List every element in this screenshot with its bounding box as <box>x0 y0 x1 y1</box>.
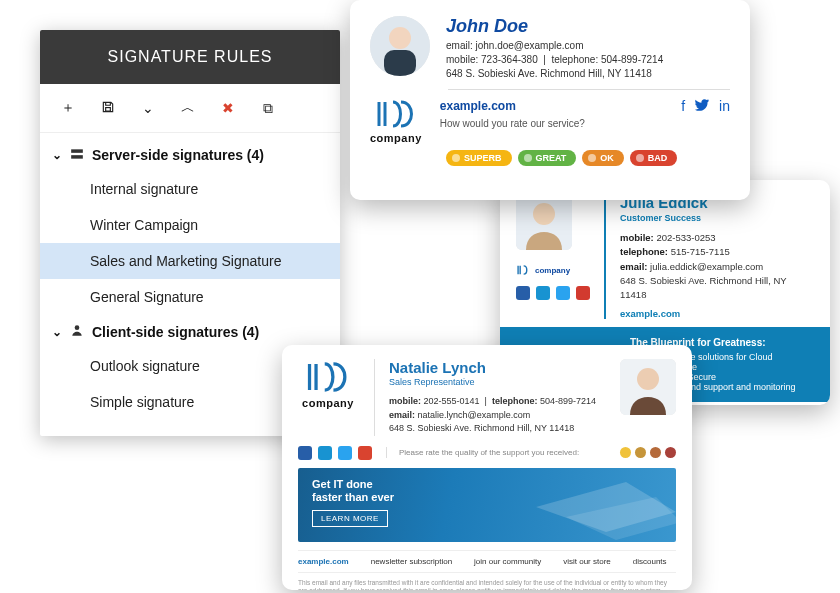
promo-banner[interactable]: Get IT donefaster than ever LEARN MORE <box>298 468 676 542</box>
footer-links: example.com newsletter subscription join… <box>298 550 676 573</box>
linkedin-icon[interactable] <box>318 446 332 460</box>
save-button[interactable] <box>88 94 128 122</box>
rate-question: How would you rate our service? <box>440 118 730 129</box>
linkedin-icon[interactable]: in <box>719 98 730 114</box>
banner-graphic <box>506 468 676 542</box>
move-down-button[interactable]: ⌄ <box>128 94 168 122</box>
contact-phone: mobile: 723-364-380 | telephone: 504-899… <box>446 54 663 65</box>
linkedin-icon[interactable] <box>536 286 550 300</box>
delete-button[interactable]: ✖ <box>208 94 248 122</box>
website-link[interactable]: example.com <box>440 99 516 113</box>
avatar <box>516 194 572 250</box>
footer-link[interactable]: join our community <box>474 557 541 566</box>
rule-item[interactable]: Sales and Marketing Signature <box>40 243 340 279</box>
facebook-icon[interactable] <box>298 446 312 460</box>
divider <box>448 89 730 90</box>
rate-bad-button[interactable]: BAD <box>630 150 678 166</box>
rule-item[interactable]: Internal signature <box>40 171 340 207</box>
rule-item[interactable]: General Signature <box>40 279 340 315</box>
facebook-icon[interactable] <box>516 286 530 300</box>
google-icon[interactable] <box>358 446 372 460</box>
plus-icon: ＋ <box>61 99 75 117</box>
youtube-icon[interactable] <box>576 286 590 300</box>
contact-title: Customer Success <box>620 213 814 223</box>
chevron-down-icon: ⌄ <box>142 100 154 116</box>
footer-link[interactable]: visit our store <box>563 557 611 566</box>
duplicate-icon: ⧉ <box>263 100 273 117</box>
disclaimer: This email and any files transmitted wit… <box>298 579 676 591</box>
user-icon <box>70 323 84 340</box>
rate-face-good-icon[interactable] <box>635 447 646 458</box>
group-client-side[interactable]: ⌄ Client-side signatures (4) <box>40 315 340 348</box>
svg-rect-6 <box>384 50 416 76</box>
signature-preview-natalie: company Natalie Lynch Sales Representati… <box>282 345 692 590</box>
twitter-icon[interactable] <box>338 446 352 460</box>
footer-link[interactable]: newsletter subscription <box>371 557 452 566</box>
facebook-icon[interactable]: f <box>681 98 685 114</box>
close-icon: ✖ <box>222 100 234 116</box>
company-logo: company <box>370 98 422 144</box>
svg-rect-0 <box>106 107 111 111</box>
svg-rect-1 <box>71 149 83 153</box>
rate-superb-button[interactable]: SUPERB <box>446 150 512 166</box>
learn-more-button[interactable]: LEARN MORE <box>312 510 388 527</box>
rate-face-bad-icon[interactable] <box>665 447 676 458</box>
contact-details: mobile: 202-533-0253 telephone: 515-715-… <box>620 231 814 302</box>
save-icon <box>101 100 115 117</box>
rule-item[interactable]: Winter Campaign <box>40 207 340 243</box>
group-label: Client-side signatures (4) <box>92 324 259 340</box>
add-button[interactable]: ＋ <box>48 94 88 122</box>
website-link[interactable]: example.com <box>620 308 680 319</box>
company-logo: company <box>516 264 590 276</box>
svg-point-5 <box>389 27 411 49</box>
footer-link[interactable]: discounts <box>633 557 667 566</box>
rate-great-button[interactable]: GREAT <box>518 150 577 166</box>
svg-rect-2 <box>71 155 83 159</box>
svg-point-3 <box>75 325 80 330</box>
server-icon <box>70 147 84 163</box>
rules-toolbar: ＋ ⌄ ︿ ✖ ⧉ <box>40 84 340 133</box>
panel-title: SIGNATURE RULES <box>40 30 340 84</box>
chevron-down-icon: ⌄ <box>52 148 62 162</box>
rate-question: Please rate the quality of the support y… <box>399 448 579 457</box>
chevron-up-icon: ︿ <box>181 99 195 117</box>
avatar <box>370 16 430 76</box>
group-label: Server-side signatures (4) <box>92 147 264 163</box>
footer-link[interactable]: example.com <box>298 557 349 566</box>
rate-face-ok-icon[interactable] <box>650 447 661 458</box>
contact-title: Sales Representative <box>389 377 604 387</box>
contact-address: 648 S. Sobieski Ave. Richmond Hill, NY 1… <box>446 68 663 79</box>
contact-details: mobile: 202-555-0141 | telephone: 504-89… <box>389 395 604 436</box>
signature-preview-john: John Doe email: john.doe@example.com mob… <box>350 0 750 200</box>
contact-name: Natalie Lynch <box>389 359 604 376</box>
move-up-button[interactable]: ︿ <box>168 94 208 122</box>
rate-face-great-icon[interactable] <box>620 447 631 458</box>
social-icons <box>298 446 372 460</box>
svg-point-8 <box>533 203 555 225</box>
chevron-down-icon: ⌄ <box>52 325 62 339</box>
twitter-icon[interactable] <box>556 286 570 300</box>
duplicate-button[interactable]: ⧉ <box>248 94 288 122</box>
contact-email: email: john.doe@example.com <box>446 40 663 51</box>
avatar <box>620 359 676 415</box>
twitter-icon[interactable] <box>695 98 709 114</box>
social-icons <box>516 286 590 300</box>
rate-ok-button[interactable]: OK <box>582 150 624 166</box>
company-logo: company <box>298 359 358 436</box>
svg-point-10 <box>637 368 659 390</box>
group-server-side[interactable]: ⌄ Server-side signatures (4) <box>40 139 340 171</box>
contact-name: John Doe <box>446 16 663 37</box>
